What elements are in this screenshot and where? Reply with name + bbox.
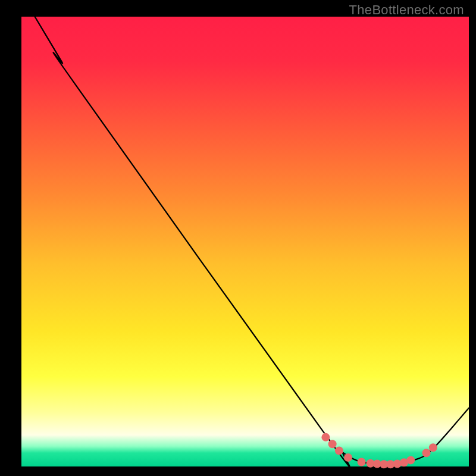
data-marker bbox=[422, 449, 431, 457]
data-marker bbox=[328, 440, 337, 448]
data-marker bbox=[406, 456, 415, 464]
bottleneck-chart bbox=[0, 0, 476, 476]
gradient-background bbox=[21, 17, 469, 466]
data-marker bbox=[335, 447, 343, 455]
data-marker bbox=[321, 433, 330, 441]
data-marker bbox=[358, 458, 366, 466]
data-marker bbox=[344, 453, 352, 462]
chart-frame: TheBottleneck.com bbox=[0, 0, 476, 476]
data-marker bbox=[429, 443, 437, 452]
